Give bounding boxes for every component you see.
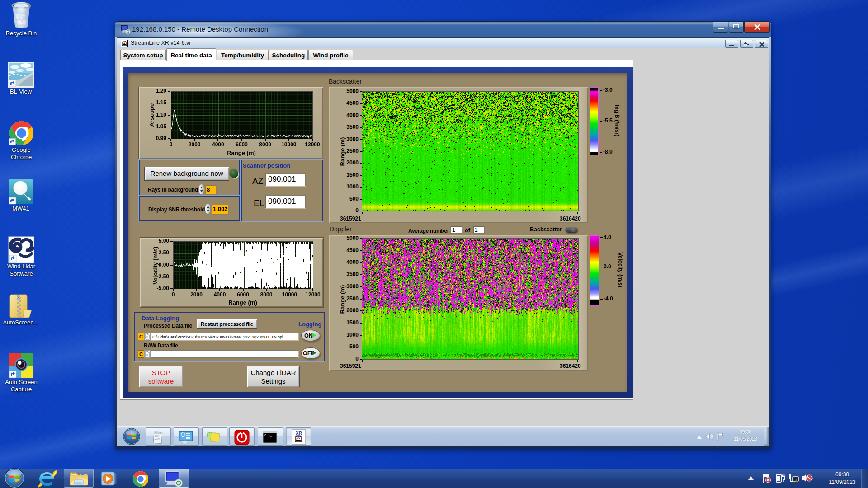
- svg-text:C:\_: C:\_: [264, 434, 273, 437]
- svg-text:XR: XR: [296, 431, 302, 436]
